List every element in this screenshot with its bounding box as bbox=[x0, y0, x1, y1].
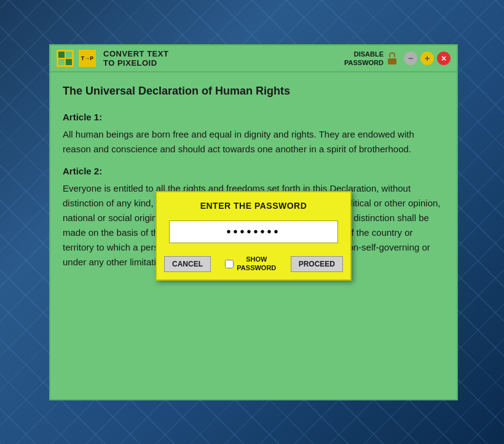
show-password-checkbox[interactable] bbox=[225, 260, 234, 268]
show-password-area: SHOW PASSWORD bbox=[211, 255, 291, 271]
app-title: CONVERT TEXT TO PIXELOID bbox=[103, 49, 168, 68]
title-bar-controls: DISABLE PASSWORD − + × bbox=[344, 50, 451, 68]
cancel-button[interactable]: CANCEL bbox=[164, 256, 211, 272]
disable-label-line2: PASSWORD bbox=[344, 58, 384, 67]
password-input[interactable] bbox=[169, 220, 338, 243]
maximize-button[interactable]: + bbox=[420, 52, 434, 65]
app-window: T→P CONVERT TEXT TO PIXELOID DISABLE PAS… bbox=[49, 44, 458, 400]
window-controls: − + × bbox=[404, 52, 451, 65]
dialog-title: ENTER THE PASSWORD bbox=[157, 192, 350, 217]
minimize-button[interactable]: − bbox=[404, 52, 417, 65]
content-area[interactable]: The Universal Declaration of Human Right… bbox=[50, 72, 457, 399]
show-password-label: SHOW PASSWORD bbox=[237, 255, 276, 271]
dialog-footer: CANCEL SHOW PASSWORD PROCEED bbox=[157, 251, 350, 279]
disable-password-button[interactable]: DISABLE PASSWORD bbox=[344, 50, 398, 68]
dialog-overlay: ENTER THE PASSWORD CANCEL SHOW PASSWORD bbox=[50, 72, 457, 399]
app-title-line1: CONVERT TEXT bbox=[103, 49, 168, 58]
disable-label-line1: DISABLE bbox=[344, 50, 384, 58]
title-bar: T→P CONVERT TEXT TO PIXELOID DISABLE PAS… bbox=[50, 45, 457, 72]
app-title-line2: TO PIXELOID bbox=[103, 58, 168, 68]
app-logo-text-icon: T→P bbox=[79, 50, 96, 67]
app-logo-icon bbox=[57, 50, 74, 67]
password-input-area bbox=[157, 217, 350, 251]
proceed-button[interactable]: PROCEED bbox=[291, 256, 343, 272]
lock-icon bbox=[387, 52, 398, 64]
password-dialog: ENTER THE PASSWORD CANCEL SHOW PASSWORD bbox=[156, 191, 352, 280]
close-button[interactable]: × bbox=[437, 52, 451, 65]
